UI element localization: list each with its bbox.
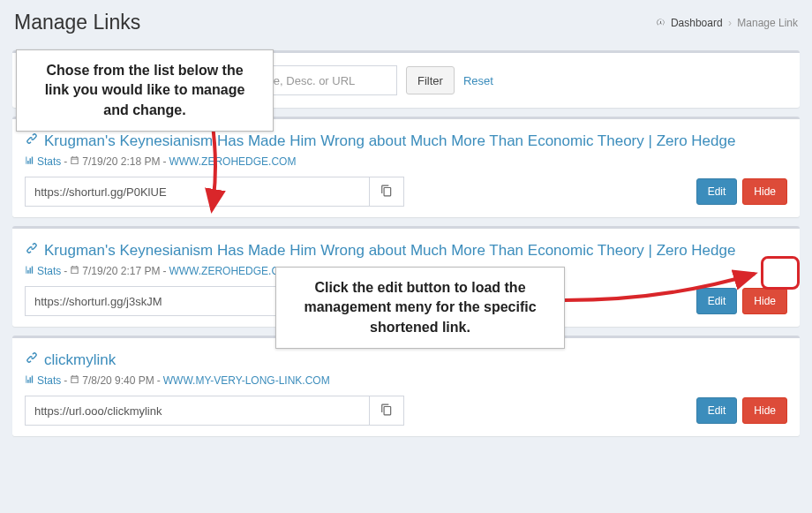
breadcrumb-home[interactable]: Dashboard <box>671 17 723 29</box>
link-title[interactable]: Krugman's Keynesianism Has Made Him Wron… <box>25 241 787 260</box>
stats-link[interactable]: Stats <box>37 155 61 168</box>
breadcrumb-sep: › <box>728 17 732 29</box>
link-domain[interactable]: WWW.ZEROHEDGE.COM <box>169 155 296 168</box>
dashboard-icon <box>656 18 665 27</box>
link-icon <box>25 351 39 369</box>
stats-icon <box>25 374 34 387</box>
link-meta: Stats - 7/19/20 2:18 PM - WWW.ZEROHEDGE.… <box>25 155 787 168</box>
edit-button[interactable]: Edit <box>696 178 738 205</box>
edit-button[interactable]: Edit <box>696 288 738 314</box>
link-meta: Stats - 7/8/20 9:40 PM - WWW.MY-VERY-LON… <box>25 374 787 387</box>
link-icon <box>25 241 39 260</box>
link-title-text: clickmylink <box>44 351 116 369</box>
breadcrumb-current: Manage Link <box>737 17 798 29</box>
breadcrumb: Dashboard › Manage Link <box>656 17 798 29</box>
link-title-text: Krugman's Keynesianism Has Made Him Wron… <box>44 242 735 260</box>
stats-icon <box>25 155 34 168</box>
callout-choose-link: Chose from the list below the link you w… <box>16 49 274 132</box>
callout-edit-button: Click the edit button to load the manage… <box>275 267 565 349</box>
link-icon <box>25 132 39 150</box>
reset-link[interactable]: Reset <box>463 74 493 87</box>
stats-link[interactable]: Stats <box>37 374 61 387</box>
copy-button[interactable] <box>369 396 404 426</box>
link-date: 7/8/20 9:40 PM <box>82 374 154 387</box>
hide-button[interactable]: Hide <box>742 288 787 314</box>
copy-icon <box>380 185 393 200</box>
link-date: 7/19/20 2:18 PM <box>82 155 160 168</box>
short-url-field[interactable] <box>25 396 369 426</box>
hide-button[interactable]: Hide <box>742 178 787 205</box>
calendar-icon <box>70 155 79 168</box>
copy-button[interactable] <box>369 177 404 207</box>
link-title[interactable]: clickmylink <box>25 351 787 369</box>
stats-link[interactable]: Stats <box>37 265 61 277</box>
stats-icon <box>25 265 34 277</box>
link-domain[interactable]: WWW.MY-VERY-LONG-LINK.COM <box>163 374 330 387</box>
link-title[interactable]: Krugman's Keynesianism Has Made Him Wron… <box>25 132 787 150</box>
copy-icon <box>380 404 393 419</box>
filter-button[interactable]: Filter <box>406 66 455 94</box>
hide-button[interactable]: Hide <box>742 397 787 424</box>
short-url-field[interactable] <box>25 177 369 207</box>
calendar-icon <box>70 374 79 387</box>
edit-button[interactable]: Edit <box>696 397 738 424</box>
link-date: 7/19/20 2:17 PM <box>82 265 160 277</box>
link-card: clickmylink Stats - 7/8/20 9:40 PM - WWW… <box>12 336 800 436</box>
calendar-icon <box>70 265 79 277</box>
page-title: Manage Links <box>14 11 140 34</box>
link-title-text: Krugman's Keynesianism Has Made Him Wron… <box>44 132 735 150</box>
